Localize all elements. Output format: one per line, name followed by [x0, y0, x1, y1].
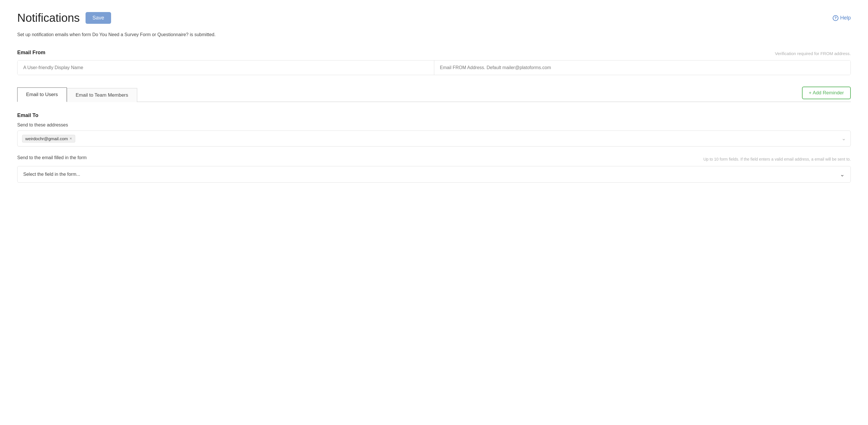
page-header: Notifications Save ? Help	[17, 11, 851, 24]
email-tag-text: weirdochr@gmail.com	[25, 136, 68, 141]
form-field-section: Send to the email filled in the form Up …	[17, 155, 851, 183]
tag-input-container[interactable]: weirdochr@gmail.com × ⌄	[17, 130, 851, 146]
remove-tag-button[interactable]: ×	[70, 136, 72, 141]
save-button[interactable]: Save	[86, 12, 111, 24]
email-to-section: Email To Send to these addresses weirdoc…	[17, 112, 851, 146]
tab-email-to-users[interactable]: Email to Users	[17, 88, 67, 102]
add-reminder-button[interactable]: + Add Reminder	[802, 87, 851, 99]
email-from-section: Email From Verification required for FRO…	[17, 50, 851, 75]
tabs-left: Email to Users Email to Team Members	[17, 87, 137, 101]
select-field[interactable]: Select the field in the form... ⌄	[17, 166, 851, 183]
email-from-label: Email From	[17, 50, 45, 56]
email-tag: weirdochr@gmail.com ×	[22, 135, 75, 142]
help-link[interactable]: ? Help	[833, 15, 851, 21]
email-from-header: Email From Verification required for FRO…	[17, 50, 851, 57]
help-label: Help	[840, 15, 851, 21]
verification-note: Verification required for FROM address.	[775, 51, 851, 56]
help-icon: ?	[833, 15, 838, 21]
send-to-addresses-label: Send to these addresses	[17, 123, 851, 128]
email-from-inputs	[17, 60, 851, 75]
email-to-label: Email To	[17, 112, 851, 119]
form-field-header: Send to the email filled in the form Up …	[17, 155, 851, 163]
tag-input-left: weirdochr@gmail.com ×	[22, 135, 75, 142]
description-text: Set up notification emails when form Do …	[17, 31, 851, 38]
form-field-note: Up to 10 form fields. If the field enter…	[703, 157, 851, 161]
tabs-row: Email to Users Email to Team Members + A…	[17, 87, 851, 102]
tabs-section: Email to Users Email to Team Members + A…	[17, 87, 851, 102]
chevron-down-icon: ⌄	[840, 171, 845, 178]
page-title: Notifications	[17, 11, 80, 24]
header-left: Notifications Save	[17, 11, 111, 24]
tag-input-dropdown-arrow: ⌄	[842, 135, 846, 142]
send-to-form-label: Send to the email filled in the form	[17, 155, 87, 160]
tab-email-to-team[interactable]: Email to Team Members	[67, 88, 137, 102]
display-name-input[interactable]	[18, 61, 434, 75]
email-address-input[interactable]	[434, 61, 851, 75]
select-field-placeholder: Select the field in the form...	[23, 172, 80, 177]
